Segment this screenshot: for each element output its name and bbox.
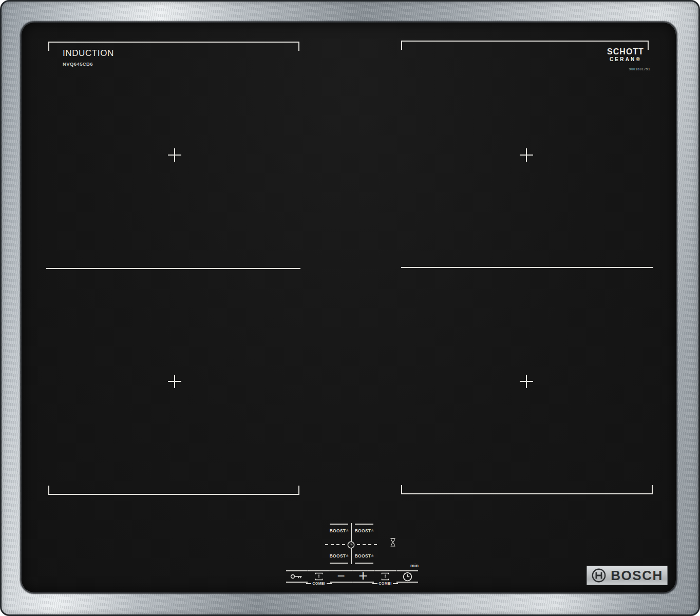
zone-plus-marker-front-right	[520, 148, 533, 162]
key-lock-icon	[286, 570, 308, 583]
schott-ceran-logo: SCHOTT CERAN®	[599, 48, 652, 62]
combi-key-left[interactable]: COMBI	[308, 570, 330, 583]
boost-line-top-right	[355, 524, 373, 525]
timer-clock-icon	[347, 541, 355, 549]
minus-symbol: −	[337, 569, 345, 583]
induction-hob: INDUCTION NVQ645CB6 SCHOTT CERAN® 900160…	[0, 0, 700, 616]
childlock-key[interactable]	[286, 570, 308, 583]
zone-plus-marker-rear-left	[168, 375, 181, 388]
boost-line-bottom-right	[355, 563, 373, 564]
minutes-label: min	[390, 563, 419, 568]
combi-label: COMBI	[379, 582, 391, 585]
model-number: NVQ645CB6	[63, 61, 93, 67]
boost-chevron-icon: »	[370, 530, 375, 532]
zone-plus-marker-rear-right	[520, 375, 533, 388]
boost-key-rear-left[interactable]: BOOST»	[325, 528, 353, 533]
combi-icon	[374, 570, 396, 583]
boost-label: BOOST	[355, 528, 371, 533]
hourglass-icon	[390, 538, 396, 547]
zone-bracket-bottom-left	[48, 486, 299, 495]
timer-dashed-line-left	[325, 544, 347, 545]
boost-key-front-left[interactable]: BOOST»	[325, 553, 353, 559]
boost-chevron-icon: »	[345, 555, 350, 557]
combi-key-right[interactable]: COMBI	[374, 570, 396, 583]
ceran-wordmark: CERAN®	[599, 57, 652, 62]
boost-chevron-icon: »	[345, 530, 350, 532]
zone-bracket-bottom-right	[401, 485, 653, 494]
ceramic-glass-surface	[22, 23, 676, 592]
boost-key-rear-right[interactable]: BOOST»	[350, 528, 379, 533]
schott-wordmark: SCHOTT	[599, 48, 652, 56]
minus-key[interactable]: −	[330, 570, 352, 583]
timer-dashed-line-right	[357, 544, 379, 545]
combi-label: COMBI	[312, 582, 325, 585]
zone-separator-right	[401, 267, 653, 268]
boost-label: BOOST	[355, 553, 371, 559]
clock-icon	[396, 570, 418, 583]
zone-separator-left	[46, 268, 300, 269]
induction-label: INDUCTION	[63, 48, 114, 59]
boost-chevron-icon: »	[370, 555, 375, 557]
boost-label: BOOST	[330, 553, 346, 559]
bosch-anchor-icon	[591, 568, 607, 583]
print-number: 9001601751	[599, 67, 650, 71]
bosch-badge: BOSCH	[587, 566, 668, 585]
plus-key[interactable]: +	[352, 570, 374, 583]
zone-plus-marker-front-left	[168, 148, 181, 162]
bosch-logo-text: BOSCH	[611, 569, 663, 582]
combi-icon	[308, 570, 330, 583]
boost-line-top-left	[330, 524, 348, 525]
boost-line-bottom-left	[330, 563, 348, 564]
boost-label: BOOST	[330, 528, 346, 533]
timer-key[interactable]	[396, 570, 418, 583]
boost-key-front-right[interactable]: BOOST»	[350, 553, 379, 559]
